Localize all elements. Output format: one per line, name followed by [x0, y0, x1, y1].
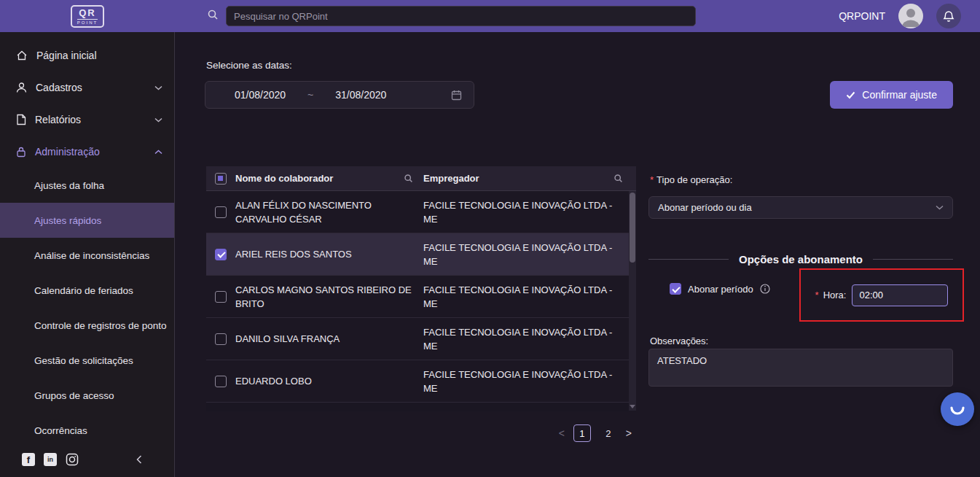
user-avatar[interactable]	[898, 4, 923, 28]
table-scrollbar[interactable]	[629, 191, 636, 411]
sidebar-subitem-grupos-de-acesso[interactable]: Grupos de acesso	[0, 378, 174, 413]
user-icon	[16, 82, 27, 93]
header-right: QRPOINT	[839, 4, 980, 28]
logo-text-point: POINT	[77, 19, 98, 25]
pagination-prev[interactable]: <	[559, 427, 565, 439]
row-checkbox[interactable]	[215, 333, 227, 345]
lock-icon	[16, 146, 26, 158]
sidebar-footer: f in	[0, 448, 174, 477]
abonar-periodo-label: Abonar período	[688, 284, 753, 295]
smile-icon	[949, 400, 966, 418]
table-row[interactable]: DANILO SILVA FRANÇA FACILE TECNOLOGIA E …	[206, 318, 636, 360]
chevron-left-icon	[136, 455, 142, 464]
section-title: Opções de abonamento	[739, 253, 863, 265]
select-value: Abonar período ou dia	[658, 202, 752, 213]
scrollbar-thumb[interactable]	[630, 193, 635, 263]
pagination-next[interactable]: >	[626, 427, 632, 439]
sidebar-subitem-controle-de-registros[interactable]: Controle de registros de ponto	[0, 308, 174, 343]
sidebar-subitem-calendario-de-feriados[interactable]: Calendário de feriados	[0, 273, 174, 308]
row-checkbox[interactable]	[215, 249, 227, 260]
scrollbar-down-arrow[interactable]	[630, 405, 635, 408]
hora-input[interactable]	[852, 284, 948, 306]
empregador-name: FACILE TECNOLOGIA E INOVAÇÃO LTDA - ME	[423, 283, 629, 311]
select-all-checkbox[interactable]	[215, 173, 227, 185]
empregador-name: FACILE TECNOLOGIA E INOVAÇÃO LTDA - ME	[423, 241, 629, 268]
sidebar-item-administracao[interactable]: Administração	[0, 136, 174, 168]
empregador-name: FACILE TECNOLOGIA E INOVAÇÃO LTDA - ME	[423, 368, 629, 395]
date-separator: ~	[307, 89, 313, 101]
required-asterisk: *	[650, 174, 654, 185]
pagination-page-1[interactable]: 1	[573, 424, 591, 442]
search-icon[interactable]	[614, 174, 623, 183]
abonar-periodo-row: Abonar período	[670, 283, 770, 295]
sidebar-item-pagina-inicial[interactable]: Página inicial	[0, 39, 174, 71]
table-row[interactable]: ARIEL REIS DOS SANTOS FACILE TECNOLOGIA …	[206, 233, 636, 276]
table-row[interactable]: ALAN FÉLIX DO NASCIMENTO CARVALHO CÉSAR …	[206, 191, 636, 233]
info-icon[interactable]	[760, 284, 770, 294]
date-range-picker[interactable]: 01/08/2020 ~ 31/08/2020	[205, 81, 474, 109]
logo-wrap: QR POINT	[0, 5, 175, 28]
row-checkbox[interactable]	[215, 291, 227, 303]
chevron-up-icon	[154, 150, 162, 155]
facebook-icon[interactable]: f	[22, 453, 35, 466]
empregador-name: FACILE TECNOLOGIA E INOVAÇÃO LTDA - ME	[423, 325, 629, 353]
table-row[interactable]: EDUARDO LOBO FACILE TECNOLOGIA E INOVAÇÃ…	[206, 360, 636, 403]
row-checkbox[interactable]	[215, 376, 227, 387]
logo-text-qr: QR	[77, 8, 98, 18]
user-icon	[898, 4, 923, 28]
observacoes-textarea[interactable]: ATESTADO	[648, 349, 953, 387]
qrpoint-logo[interactable]: QR POINT	[71, 5, 104, 28]
notifications-button[interactable]	[936, 4, 961, 28]
sidebar-subitem-gestao-de-solicitacoes[interactable]: Gestão de solicitações	[0, 343, 174, 378]
confirm-button-label: Confirmar ajuste	[862, 89, 937, 101]
chevron-down-icon	[154, 85, 162, 90]
global-search-input[interactable]	[226, 6, 696, 26]
dates-label: Selecione as datas:	[206, 60, 292, 71]
bell-icon	[943, 10, 954, 23]
sidebar-subitem-ocorrencias[interactable]: Ocorrências	[0, 413, 174, 448]
sidebar-item-label: Página inicial	[36, 50, 97, 61]
end-date[interactable]: 31/08/2020	[335, 89, 386, 101]
start-date[interactable]: 01/08/2020	[235, 89, 286, 101]
sidebar-item-label: Relatórios	[35, 114, 81, 125]
required-asterisk: *	[815, 290, 819, 300]
chevron-down-icon	[154, 117, 162, 123]
divider-line	[873, 259, 953, 260]
sidebar-item-relatorios[interactable]: Relatórios	[0, 104, 174, 136]
collapse-sidebar-button[interactable]	[136, 455, 162, 464]
chat-widget-button[interactable]	[941, 392, 974, 426]
colaborador-name: EDUARDO LOBO	[235, 374, 423, 388]
sidebar-subitem-analise-de-inconsistencias[interactable]: Análise de inconsistências	[0, 238, 174, 273]
header-search-zone	[207, 6, 696, 26]
instagram-icon[interactable]	[66, 453, 79, 466]
row-checkbox[interactable]	[215, 206, 227, 218]
sidebar-subitem-ajustes-da-folha[interactable]: Ajustes da folha	[0, 168, 174, 203]
sidebar-item-cadastros[interactable]: Cadastros	[0, 71, 174, 104]
column-header-name: Nome do colaborador	[235, 171, 333, 185]
table-header: Nome do colaborador Empregador	[206, 166, 636, 191]
confirm-adjust-button[interactable]: Confirmar ajuste	[830, 81, 953, 109]
sidebar-item-label: Cadastros	[36, 82, 82, 93]
calendar-icon	[451, 90, 462, 101]
divider-line	[648, 259, 729, 260]
home-icon	[16, 50, 28, 61]
tipo-operacao-select[interactable]: Abonar período ou dia	[648, 196, 953, 219]
annotation-highlight-box: * Hora:	[799, 268, 964, 322]
hora-label: Hora:	[823, 290, 847, 300]
linkedin-icon[interactable]: in	[44, 453, 57, 466]
empregador-name: FACILE TECNOLOGIA E INOVAÇÃO LTDA - ME	[423, 198, 629, 226]
sidebar: Página inicial Cadastros Relatórios Admi…	[0, 32, 175, 477]
options-section-header: Opções de abonamento	[648, 253, 953, 265]
pagination: < 1 2 >	[206, 424, 636, 442]
search-icon[interactable]	[404, 174, 413, 183]
table-row[interactable]: CARLOS MAGNO SANTOS RIBEIRO DE BRITO FAC…	[206, 276, 636, 318]
chevron-down-icon	[936, 205, 944, 210]
abonar-periodo-checkbox[interactable]	[670, 283, 681, 295]
search-icon	[207, 9, 219, 23]
top-bar: QR POINT QRPOINT	[0, 0, 980, 32]
document-icon	[16, 114, 26, 125]
pagination-page-2[interactable]: 2	[600, 424, 617, 442]
employees-table: Nome do colaborador Empregador ALAN FÉLI…	[206, 166, 636, 419]
account-name[interactable]: QRPOINT	[839, 10, 885, 22]
sidebar-subitem-ajustes-rapidos[interactable]: Ajustes rápidos	[0, 203, 174, 238]
